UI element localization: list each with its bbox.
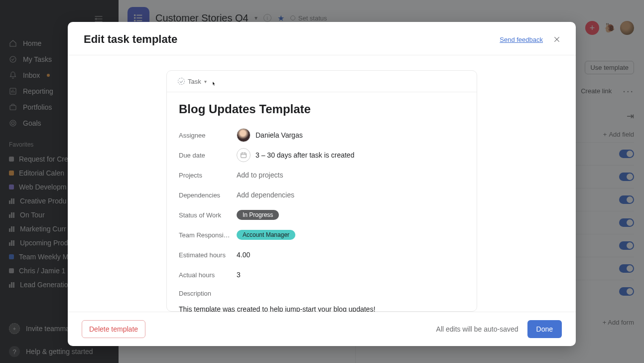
assignee-field[interactable]: Assignee Daniela Vargas <box>179 125 465 145</box>
delete-template-button[interactable]: Delete template <box>82 320 145 338</box>
modal-footer: Delete template All edits will be auto-s… <box>68 312 576 346</box>
task-type-label: Task <box>188 78 201 85</box>
assignee-label: Assignee <box>179 132 237 139</box>
task-title-input[interactable]: Blog Updates Template <box>179 102 465 116</box>
description-label: Description <box>179 290 465 297</box>
done-button[interactable]: Done <box>527 320 562 338</box>
svg-rect-19 <box>241 153 247 158</box>
autosave-text: All edits will be auto-saved <box>436 325 518 333</box>
status-badge: In Progress <box>237 210 279 220</box>
edit-task-template-modal: Edit task template Send feedback Task ▾ … <box>68 22 576 346</box>
dependencies-label: Dependencies <box>179 191 237 199</box>
chevron-down-icon: ▾ <box>204 79 207 84</box>
assignee-avatar-icon <box>237 128 251 142</box>
description-text[interactable]: This template was created to help jump-s… <box>179 305 465 312</box>
dependencies-value: Add dependencies <box>237 191 294 199</box>
actual-hours-label: Actual hours <box>179 271 237 279</box>
modal-body: Task ▾ Blog Updates Template Assignee Da… <box>68 55 576 312</box>
due-date-field[interactable]: Due date 3 – 30 days after task is creat… <box>179 145 465 165</box>
calendar-icon <box>237 148 251 162</box>
cursor-pointer-icon <box>210 80 218 89</box>
due-date-value: 3 – 30 days after task is created <box>256 151 354 159</box>
projects-field[interactable]: Projects Add to projects <box>179 165 465 185</box>
status-label: Status of Work <box>179 211 237 219</box>
team-label: Team Responsi… <box>179 231 237 239</box>
actual-hours-value: 3 <box>237 271 241 279</box>
estimated-hours-label: Estimated hours <box>179 251 237 259</box>
assignee-name: Daniela Vargas <box>256 131 303 139</box>
estimated-hours-field[interactable]: Estimated hours 4.00 <box>179 245 465 265</box>
task-card: Task ▾ Blog Updates Template Assignee Da… <box>166 70 477 312</box>
projects-value: Add to projects <box>237 171 283 179</box>
close-icon[interactable] <box>552 34 562 44</box>
team-responsible-field[interactable]: Team Responsi… Account Manager <box>179 225 465 245</box>
estimated-hours-value: 4.00 <box>237 251 250 259</box>
dependencies-field[interactable]: Dependencies Add dependencies <box>179 185 465 205</box>
team-badge: Account Manager <box>237 230 295 240</box>
status-field[interactable]: Status of Work In Progress <box>179 205 465 225</box>
modal-title: Edit task template <box>84 33 177 46</box>
task-check-icon <box>178 78 185 85</box>
actual-hours-field[interactable]: Actual hours 3 <box>179 265 465 285</box>
task-type-selector[interactable]: Task ▾ <box>167 71 477 92</box>
modal-header: Edit task template Send feedback <box>68 22 576 55</box>
projects-label: Projects <box>179 172 237 179</box>
send-feedback-link[interactable]: Send feedback <box>500 36 543 43</box>
due-date-label: Due date <box>179 152 237 159</box>
